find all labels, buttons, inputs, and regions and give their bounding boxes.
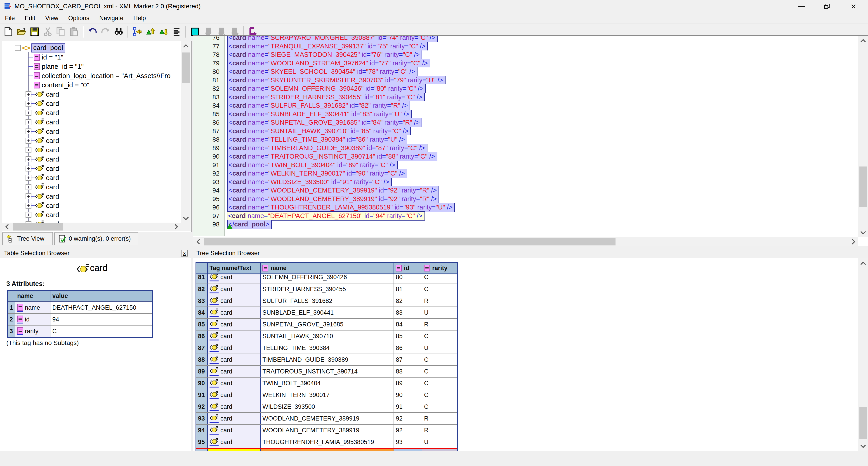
expand-icon[interactable]: + [26,194,31,199]
name-cell[interactable]: WILDSIZE_393500 [260,401,394,412]
tree-card-node[interactable]: + card [26,211,59,219]
rarity-cell[interactable]: U [422,307,457,318]
rarity-cell[interactable]: R [422,425,457,436]
id-cell[interactable]: 81 [394,284,422,295]
xml-line[interactable]: <card name="DEATHPACT_ANGEL_627150" id="… [227,212,425,220]
rarity-cell[interactable]: C [422,401,457,412]
xml-line[interactable]: <card name="SIEGE_MASTODON_390425" id="7… [227,51,422,59]
expand-icon[interactable]: + [26,147,31,153]
paste-icon[interactable] [69,27,79,36]
id-cell[interactable]: 82 [394,295,422,307]
xml-line[interactable]: <card name="SULFUR_FALLS_391682" id="82"… [227,101,410,110]
rarity-cell[interactable]: R [422,319,457,330]
menu-item-edit[interactable]: Edit [20,13,40,24]
id-cell[interactable]: 80 [394,274,422,283]
tree-vertical-scrollbar[interactable] [181,41,191,223]
tree-card-node[interactable]: + card [26,202,59,210]
collapse-icon[interactable]: − [15,45,21,51]
restore-button[interactable] [816,0,837,13]
tree-card-node[interactable]: + card [26,183,59,191]
id-cell[interactable]: 84 [394,319,422,330]
editor-horizontal-scrollbar[interactable] [193,237,858,246]
goto-parent-icon[interactable] [248,27,257,36]
tree-card-node[interactable]: + card [26,146,59,154]
tree-attribute-node[interactable]: collection_logo_location = "Art_Assets\\… [34,72,170,80]
rarity-cell[interactable]: U [422,342,457,354]
expand-icon[interactable]: + [26,212,31,218]
id-cell[interactable]: 85 [394,330,422,342]
expand-icon[interactable]: + [26,156,31,162]
xml-line[interactable]: <card name="TELLING_TIME_390384" id="86"… [227,135,407,144]
tag-cell[interactable]: card [208,295,260,307]
editor-vertical-scrollbar[interactable] [858,36,868,237]
tag-cell[interactable]: card [208,354,260,365]
id-cell[interactable]: 83 [394,307,422,318]
sort-ascending-icon[interactable] [146,27,155,36]
tag-cell[interactable]: card [208,274,260,283]
id-cell[interactable]: 89 [394,378,422,389]
expand-icon[interactable]: + [26,203,31,209]
xml-line[interactable]: <card name="WOODLAND_STREAM_397624" id="… [227,59,430,68]
scroll-up-button[interactable] [181,43,191,51]
scrollbar-thumb[interactable] [182,53,190,83]
tree-horizontal-scrollbar[interactable] [2,223,191,231]
xml-line[interactable]: <card name="SOLEMN_OFFERING_390426" id="… [227,84,426,93]
tag-cell[interactable]: card [208,284,260,295]
scroll-left-button[interactable] [4,223,12,231]
cut-icon[interactable] [43,27,52,36]
tree-card-node[interactable]: + card [26,127,59,136]
attribute-row[interactable]: 3rarityC [8,325,152,337]
rarity-cell[interactable]: C [422,389,457,401]
find-icon[interactable] [114,27,123,36]
xml-line[interactable]: <card name="WILDSIZE_393500" id="91" rar… [227,178,392,186]
rarity-cell[interactable]: C [422,274,457,283]
menu-item-help[interactable]: Help [128,13,151,24]
xml-line[interactable]: <card name="TRANQUIL_EXPANSE_399137" id=… [227,42,428,51]
table-row[interactable]: 87cardTELLING_TIME_39038486U [196,342,457,354]
xml-line[interactable]: <card name="SKYHUNTER_SKIRMISHER_390703"… [227,76,445,85]
tree-card-node[interactable]: + card [26,118,59,126]
rarity-cell[interactable]: C [422,284,457,295]
undo-icon[interactable] [88,27,97,36]
xml-line[interactable]: <card name="STRIDER_HARNESS_390455" id="… [227,93,425,101]
name-cell[interactable]: TIMBERLAND_GUIDE_390389 [260,354,394,365]
code-area[interactable]: <card name="SCRAPYARD_MONGREL_390887" id… [227,36,824,236]
xml-line[interactable]: <card name="SUNTAIL_HAWK_390710" id="85"… [227,127,411,136]
id-cell[interactable]: 90 [394,389,422,401]
table-row[interactable]: 81cardSOLEMN_OFFERING_39042680C [196,274,457,284]
name-cell[interactable]: WOODLAND_CEMETERY_389919 [260,413,394,424]
xml-line[interactable]: <card name="SUNPETAL_GROVE_391685" id="8… [227,118,422,127]
close-button[interactable]: × [843,0,864,13]
bookmark-prev-icon[interactable] [230,27,239,36]
bookmark-next-icon[interactable] [217,27,226,36]
scroll-right-button[interactable] [848,237,857,246]
tab-status-warnings[interactable]: 0 warning(s), 0 error(s) [54,232,138,245]
menu-item-view[interactable]: View [40,13,63,24]
save-icon[interactable] [30,27,39,36]
open-file-icon[interactable] [17,27,26,36]
attribute-row[interactable]: 2id94 [8,314,152,325]
table-row[interactable]: 91cardWELKIN_TERN_39001790C [196,389,457,401]
tree-root-node[interactable]: − <> card_pool [15,44,65,52]
name-cell[interactable]: THOUGHTRENDER_LAMIA_995380519 [260,436,394,448]
tree-card-node[interactable]: + card [26,174,59,182]
bookmark-toggle-icon[interactable] [204,27,213,36]
new-file-icon[interactable] [4,27,13,36]
tag-cell[interactable]: card [208,307,260,318]
id-cell[interactable]: 92 [394,413,422,424]
scrollbar-thumb[interactable] [204,238,616,245]
list-icon[interactable] [172,27,181,36]
xml-line[interactable]: <card name="SCRAPYARD_MONGREL_390887" id… [227,36,438,42]
scroll-right-button[interactable] [171,223,180,231]
table-row[interactable]: 82cardSTRIDER_HARNESS_39045581C [196,284,457,295]
tree-attribute-node[interactable]: plane_id = "1" [34,62,84,70]
tree-card-node[interactable]: + card [26,155,59,163]
table-row[interactable]: 88cardTIMBERLAND_GUIDE_39038987C [196,354,457,366]
table-row[interactable]: 90cardTWIN_BOLT_39040489C [196,378,457,389]
rarity-cell[interactable]: C [422,366,457,377]
xml-line[interactable]: <card name="WELKIN_TERN_390017" id="90" … [227,169,407,178]
id-cell[interactable]: 93 [394,436,422,448]
rarity-cell[interactable]: U [422,436,457,448]
table-row[interactable]: 93cardWOODLAND_CEMETERY_38991992R [196,413,457,425]
tag-cell[interactable]: card [208,330,260,342]
